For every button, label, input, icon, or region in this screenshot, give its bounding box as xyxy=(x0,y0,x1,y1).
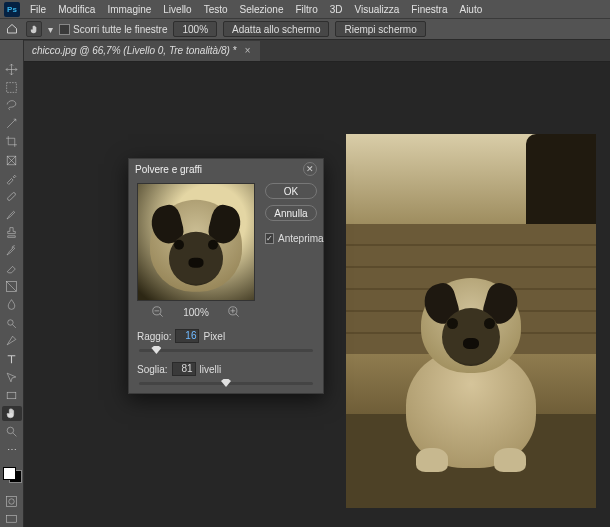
frame-tool[interactable] xyxy=(2,152,22,167)
stamp-tool[interactable] xyxy=(2,225,22,240)
dust-and-scratches-dialog: Polvere e graffi ✕ OK Annulla ✓ Anteprim… xyxy=(128,158,324,394)
menu-layer[interactable]: Livello xyxy=(157,2,197,17)
hand-tool-indicator[interactable] xyxy=(26,21,42,37)
threshold-unit: livelli xyxy=(200,364,222,375)
menu-select[interactable]: Selezione xyxy=(234,2,290,17)
screenmode-icon xyxy=(5,513,18,526)
lasso-icon xyxy=(5,99,18,112)
path-tool[interactable] xyxy=(2,370,22,385)
magnifier-icon xyxy=(5,425,18,438)
heal-tool[interactable] xyxy=(2,189,22,204)
fit-screen-button[interactable]: Adatta allo schermo xyxy=(223,21,329,37)
scroll-all-windows[interactable]: Scorri tutte le finestre xyxy=(59,24,167,35)
zoom-out-icon[interactable] xyxy=(151,305,165,319)
shape-tool[interactable] xyxy=(2,388,22,403)
move-tool[interactable] xyxy=(2,62,22,77)
drop-icon xyxy=(5,298,18,311)
hand-tool[interactable] xyxy=(2,406,22,421)
svg-rect-0 xyxy=(7,83,17,93)
threshold-slider[interactable] xyxy=(139,382,313,385)
svg-rect-5 xyxy=(7,392,16,399)
zoom-in-icon[interactable] xyxy=(227,305,241,319)
preview-zoom-value: 100% xyxy=(183,307,209,318)
radius-unit: Pixel xyxy=(203,331,225,342)
wand-tool[interactable] xyxy=(2,116,22,131)
blur-tool[interactable] xyxy=(2,297,22,312)
gradient-icon xyxy=(5,280,18,293)
brush-tool[interactable] xyxy=(2,207,22,222)
scroll-all-checkbox[interactable] xyxy=(59,24,70,35)
fill-screen-button[interactable]: Riempi schermo xyxy=(335,21,425,37)
home-icon xyxy=(6,23,18,35)
home-button[interactable] xyxy=(4,21,20,37)
preview-checkbox[interactable]: ✓ xyxy=(265,233,274,244)
gradient-tool[interactable] xyxy=(2,279,22,294)
move-icon xyxy=(5,63,18,76)
filter-preview[interactable] xyxy=(137,183,255,301)
quickmask-icon xyxy=(5,495,18,508)
pen-tool[interactable] xyxy=(2,333,22,348)
svg-rect-2 xyxy=(7,192,16,201)
svg-point-8 xyxy=(9,499,14,504)
menu-file[interactable]: File xyxy=(24,2,52,17)
menu-view[interactable]: Visualizza xyxy=(349,2,406,17)
hand-icon xyxy=(29,24,40,35)
threshold-slider-thumb[interactable] xyxy=(221,379,231,387)
quickmask-toggle[interactable] xyxy=(2,494,22,509)
rectangle-icon xyxy=(5,389,18,402)
tool-strip: ⋯ xyxy=(0,40,24,527)
menu-window[interactable]: Finestra xyxy=(405,2,453,17)
document-tab-label: chicco.jpg @ 66,7% (Livello 0, Tre tonal… xyxy=(32,45,237,56)
menu-filter[interactable]: Filtro xyxy=(289,2,323,17)
menu-bar: Ps File Modifica Immagine Livello Testo … xyxy=(0,0,610,18)
color-swatches[interactable] xyxy=(2,466,22,483)
dodge-tool[interactable] xyxy=(2,315,22,330)
tab-close-button[interactable]: × xyxy=(243,45,253,56)
menu-help[interactable]: Aiuto xyxy=(453,2,488,17)
menu-edit[interactable]: Modifica xyxy=(52,2,101,17)
frame-icon xyxy=(5,154,18,167)
hand-icon xyxy=(5,407,18,420)
screenmode-toggle[interactable] xyxy=(2,512,22,527)
zoom-tool[interactable] xyxy=(2,424,22,439)
document-tab[interactable]: chicco.jpg @ 66,7% (Livello 0, Tre tonal… xyxy=(24,41,260,61)
edit-toolbar[interactable]: ⋯ xyxy=(2,442,22,457)
eraser-tool[interactable] xyxy=(2,261,22,276)
lasso-tool[interactable] xyxy=(2,98,22,113)
threshold-label: Soglia: xyxy=(137,364,168,375)
svg-point-4 xyxy=(8,320,13,325)
stamp-icon xyxy=(5,226,18,239)
cancel-button[interactable]: Annulla xyxy=(265,205,317,221)
radius-slider-thumb[interactable] xyxy=(151,346,161,354)
crop-icon xyxy=(5,135,18,148)
marquee-tool[interactable] xyxy=(2,80,22,95)
menu-text[interactable]: Testo xyxy=(198,2,234,17)
menu-3d[interactable]: 3D xyxy=(324,2,349,17)
marquee-icon xyxy=(5,81,18,94)
type-tool[interactable] xyxy=(2,352,22,367)
arrow-icon xyxy=(5,371,18,384)
dodge-icon xyxy=(5,316,18,329)
radius-label: Raggio: xyxy=(137,331,171,342)
document-tab-bar: chicco.jpg @ 66,7% (Livello 0, Tre tonal… xyxy=(0,40,610,62)
history-brush-icon xyxy=(5,244,18,257)
foreground-color-swatch[interactable] xyxy=(3,467,16,480)
wand-icon xyxy=(5,117,18,130)
svg-point-6 xyxy=(7,427,14,434)
menu-image[interactable]: Immagine xyxy=(101,2,157,17)
dialog-close-button[interactable]: ✕ xyxy=(303,162,317,176)
app-logo: Ps xyxy=(4,2,20,17)
eyedropper-tool[interactable] xyxy=(2,171,22,186)
threshold-input[interactable]: 81 xyxy=(172,362,196,376)
zoom-100-button[interactable]: 100% xyxy=(173,21,217,37)
radius-slider[interactable] xyxy=(139,349,313,352)
eraser-icon xyxy=(5,262,18,275)
crop-tool[interactable] xyxy=(2,134,22,149)
radius-input[interactable]: 16 xyxy=(175,329,199,343)
svg-rect-7 xyxy=(7,497,17,507)
document-image xyxy=(346,134,596,508)
eyedropper-icon xyxy=(5,172,18,185)
history-brush-tool[interactable] xyxy=(2,243,22,258)
dialog-titlebar[interactable]: Polvere e graffi ✕ xyxy=(129,159,323,179)
ok-button[interactable]: OK xyxy=(265,183,317,199)
